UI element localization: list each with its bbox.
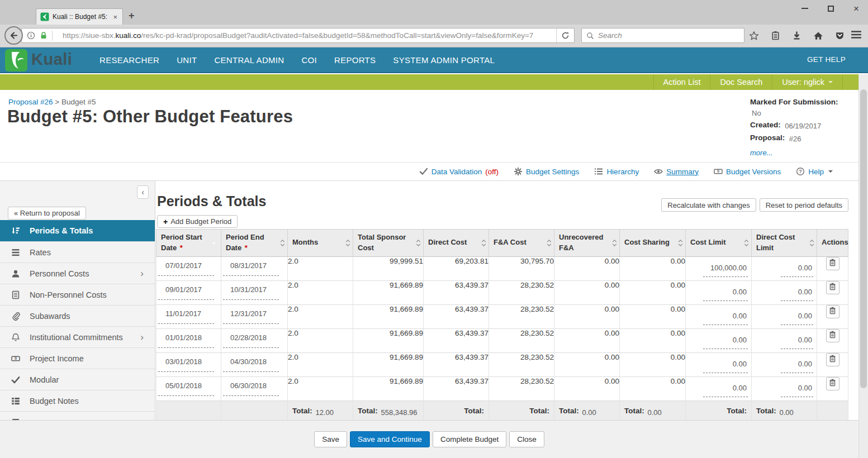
- toolbar-help[interactable]: ?Help: [796, 167, 833, 176]
- direct-cost-limit-field[interactable]: 0.00: [781, 384, 813, 397]
- doc-search-link[interactable]: Doc Search: [710, 74, 772, 90]
- return-to-proposal-button[interactable]: « Return to proposal: [8, 207, 86, 220]
- sidebar-item-personnel-costs[interactable]: Personnel Costs›: [0, 263, 155, 284]
- nav-item-researcher[interactable]: RESEARCHER: [99, 55, 159, 65]
- start-date-field[interactable]: 07/01/2017: [158, 261, 214, 276]
- toolbar-budget-versions[interactable]: 0Budget Versions: [714, 167, 781, 176]
- col-period-end-date[interactable]: Period End Date *: [221, 230, 288, 257]
- home-icon[interactable]: [813, 31, 823, 41]
- nav-item-reports[interactable]: REPORTS: [334, 55, 376, 65]
- delete-period-button[interactable]: [826, 329, 839, 342]
- sidebar-item-institutional-commitments[interactable]: Institutional Commitments›: [0, 326, 155, 347]
- close-button[interactable]: Close: [509, 431, 544, 447]
- window-close-button[interactable]: ×: [851, 3, 861, 13]
- nav-item-unit[interactable]: UNIT: [177, 55, 197, 65]
- delete-period-button[interactable]: [826, 353, 839, 366]
- sidebar-item-budget-notes[interactable]: Budget Notes: [0, 390, 155, 411]
- end-date-field[interactable]: 02/28/2018: [223, 333, 279, 348]
- action-list-link[interactable]: Action List: [653, 74, 710, 90]
- menu-button[interactable]: [851, 30, 862, 41]
- scrollbar-thumb[interactable]: [860, 89, 867, 388]
- reset-defaults-button[interactable]: Reset to period defaults: [760, 198, 848, 212]
- cost-limit-field[interactable]: 0.00: [703, 360, 748, 373]
- more-link[interactable]: more...: [750, 149, 772, 157]
- downloads-icon[interactable]: [792, 31, 801, 40]
- back-button[interactable]: [4, 26, 23, 45]
- toolbar-hierarchy[interactable]: Hierarchy: [594, 167, 639, 176]
- direct-cost-limit-field[interactable]: 0.00: [781, 336, 813, 349]
- col-cost-sharing[interactable]: Cost Sharing: [620, 230, 686, 257]
- search-bar[interactable]: [581, 28, 744, 43]
- browser-tab[interactable]: Kuali :: Budget #5: Other Bud ×: [36, 8, 123, 25]
- get-help-link[interactable]: GET HELP: [807, 55, 846, 64]
- toolbar-data-validation[interactable]: Data Validation(off): [419, 167, 499, 176]
- breadcrumb-proposal-link[interactable]: Proposal #26: [8, 98, 53, 106]
- start-date-field[interactable]: 05/01/2018: [158, 381, 214, 396]
- add-budget-period-button[interactable]: + Add Budget Period: [157, 215, 238, 228]
- column-label: Period End Date *: [226, 233, 264, 252]
- sidebar-item-non-personnel-costs[interactable]: Non-Personnel Costs: [0, 284, 155, 305]
- sidebar-item-periods-totals[interactable]: Periods & Totals: [0, 220, 155, 241]
- window-minimize-button[interactable]: [800, 3, 810, 13]
- delete-period-button[interactable]: [826, 305, 839, 318]
- sidebar-item-project-income[interactable]: 0Project Income: [0, 347, 155, 369]
- cell-direct_limit: 0.00: [752, 328, 817, 352]
- toolbar-budget-settings[interactable]: Budget Settings: [514, 167, 579, 176]
- col-f-a-cost[interactable]: F&A Cost: [489, 230, 554, 257]
- cost-limit-field[interactable]: 0.00: [703, 336, 748, 349]
- save-button[interactable]: Save: [314, 431, 347, 447]
- url-input[interactable]: https://siue-sbx.kuali.co/res/kc-pd-krad…: [58, 31, 556, 40]
- end-date-field[interactable]: 12/31/2017: [223, 309, 279, 324]
- complete-budget-button[interactable]: Complete Budget: [433, 431, 506, 447]
- col-direct-cost[interactable]: Direct Cost: [424, 230, 489, 257]
- cost-limit-field[interactable]: 100,000.00: [703, 264, 748, 277]
- direct-cost-limit-field[interactable]: 0.00: [781, 264, 813, 277]
- start-date-field[interactable]: 01/01/2018: [158, 333, 214, 348]
- direct-cost-limit-field[interactable]: 0.00: [781, 360, 813, 373]
- recalculate-button[interactable]: Recalculate with changes: [661, 198, 756, 212]
- col-unrecovered-f-a[interactable]: Unrecovered F&A: [554, 230, 620, 257]
- nav-item-system-admin-portal[interactable]: SYSTEM ADMIN PORTAL: [393, 55, 495, 65]
- sidebar-collapse-button[interactable]: ‹: [137, 185, 149, 199]
- save-and-continue-button[interactable]: Save and Continue: [350, 431, 430, 447]
- delete-period-button[interactable]: [826, 281, 839, 294]
- col-direct-cost-limit[interactable]: Direct Cost Limit: [752, 230, 817, 257]
- cost-limit-field[interactable]: 0.00: [703, 384, 748, 397]
- https-lock-icon[interactable]: [40, 31, 48, 40]
- page-info-icon[interactable]: [27, 31, 35, 40]
- start-date-field[interactable]: 03/01/2018: [158, 357, 214, 372]
- sidebar-item-modular[interactable]: Modular: [0, 369, 155, 390]
- start-date-field[interactable]: 09/01/2017: [158, 285, 214, 300]
- library-icon[interactable]: [771, 31, 780, 40]
- direct-cost-limit-field[interactable]: 0.00: [781, 312, 813, 325]
- toolbar-summary[interactable]: Summary: [654, 167, 699, 176]
- sidebar-item-partial[interactable]: [0, 411, 155, 420]
- cost-limit-field[interactable]: 0.00: [703, 288, 748, 301]
- new-tab-button[interactable]: +: [129, 10, 135, 22]
- nav-item-central-admin[interactable]: CENTRAL ADMIN: [214, 55, 284, 65]
- end-date-field[interactable]: 10/31/2017: [223, 285, 279, 300]
- pocket-icon[interactable]: [835, 31, 845, 40]
- start-date-field[interactable]: 11/01/2017: [158, 309, 214, 324]
- tab-close-icon[interactable]: ×: [112, 13, 118, 21]
- delete-period-button[interactable]: [826, 377, 839, 390]
- bookmark-star-icon[interactable]: [749, 31, 759, 41]
- sidebar-item-subawards[interactable]: Subawards: [0, 305, 155, 326]
- col-period-start-date[interactable]: Period Start Date *▲: [156, 230, 221, 257]
- end-date-field[interactable]: 04/30/2018: [223, 357, 279, 372]
- user-menu[interactable]: User: nglick: [772, 74, 843, 90]
- url-bar[interactable]: https://siue-sbx.kuali.co/res/kc-pd-krad…: [21, 28, 575, 43]
- reload-button[interactable]: [556, 28, 574, 42]
- end-date-field[interactable]: 06/30/2018: [223, 381, 279, 396]
- direct-cost-limit-field[interactable]: 0.00: [781, 288, 813, 301]
- col-months[interactable]: Months: [288, 230, 353, 257]
- nav-item-coi[interactable]: COI: [301, 55, 317, 65]
- sidebar-item-rates[interactable]: Rates: [0, 241, 155, 263]
- col-cost-limit[interactable]: Cost Limit: [686, 230, 752, 257]
- delete-period-button[interactable]: [826, 257, 839, 270]
- window-maximize-button[interactable]: [826, 3, 836, 13]
- end-date-field[interactable]: 08/31/2017: [223, 261, 279, 276]
- search-input[interactable]: [598, 31, 739, 40]
- cost-limit-field[interactable]: 0.00: [703, 312, 748, 325]
- col-total-sponsor-cost[interactable]: Total Sponsor Cost: [353, 230, 424, 257]
